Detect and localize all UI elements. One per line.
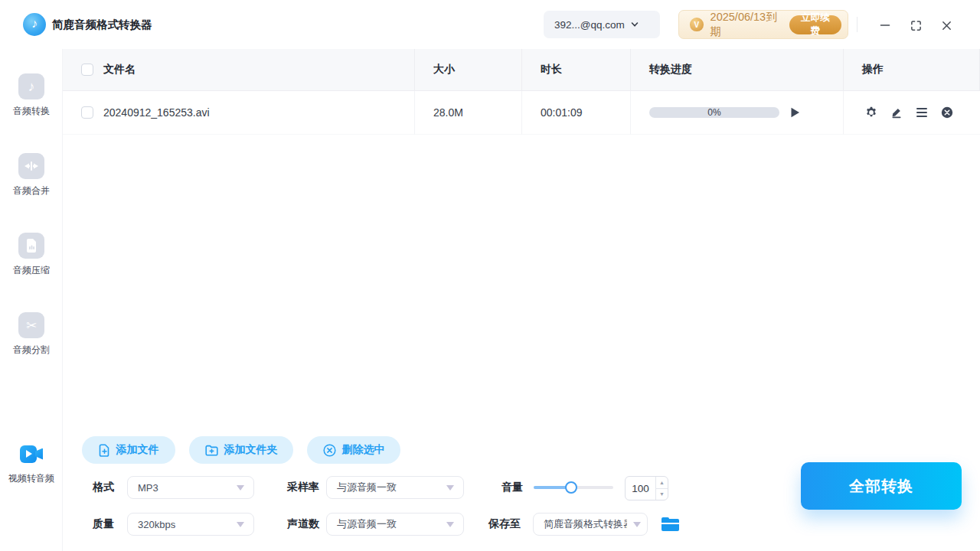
minimize-icon [879,19,891,31]
spin-down-icon[interactable]: ▼ [656,489,668,500]
header-size: 大小 [415,49,522,91]
video-camera-icon [18,441,44,467]
channels-select[interactable]: 与源音频一致 [326,513,464,536]
table-row-size: 28.0M [415,91,522,135]
header-duration: 时长 [522,49,631,91]
format-label: 格式 [93,476,114,499]
maximize-icon [910,20,922,31]
quality-label: 质量 [93,513,114,536]
table-row-duration: 00:01:09 [522,91,631,135]
table-row-progress: 0% [631,91,844,135]
header-filename: 文件名 [63,49,415,91]
title-bar: ♪ 简鹿音频格式转换器 392...@qq.com V 2025/06/13到期… [0,0,980,49]
format-select[interactable]: MP3 [127,476,254,499]
volume-spinner: ▲ ▼ [655,477,668,500]
caret-down-icon [633,522,641,527]
file-list-area: 文件名 大小 时长 转换进度 操作 20240912_165253.avi 28… [63,49,980,421]
volume-slider-handle[interactable] [565,481,577,494]
compress-file-icon [18,233,44,259]
save-to-label: 保存至 [488,513,521,536]
volume-value: 100 [626,477,655,500]
sidebar-item-label: 视频转音频 [0,472,63,485]
file-table: 文件名 大小 时长 转换进度 操作 20240912_165253.avi 28… [63,49,980,135]
caret-down-icon [237,485,244,491]
app-logo-icon: ♪ [23,13,46,36]
topbar-divider [857,17,858,32]
sidebar-item-audio-convert[interactable]: ♪ 音频转换 [0,73,63,118]
caret-down-icon [237,522,244,527]
settings-gear-icon[interactable] [865,106,877,119]
sidebar-item-label: 音频转换 [0,105,63,118]
vip-expiry-text: 2025/06/13到期 [710,10,782,39]
quality-select[interactable]: 320kbps [127,513,254,536]
sidebar-item-label: 音频分割 [0,344,63,357]
add-folder-icon [205,445,218,456]
volume-slider[interactable] [534,486,613,489]
select-all-checkbox[interactable] [81,64,93,76]
sidebar-item-label: 音频压缩 [0,264,63,277]
app-title: 简鹿音频格式转换器 [52,0,152,49]
edit-pencil-icon[interactable] [890,106,903,119]
header-progress: 转换进度 [631,49,844,91]
caret-down-icon [446,522,454,527]
sidebar-item-video-to-audio[interactable]: 视频转音频 [0,441,63,485]
merge-arrows-icon [18,153,44,179]
music-note-icon: ♪ [18,73,44,99]
convert-all-button[interactable]: 全部转换 [801,462,962,510]
vip-crown-icon: V [690,18,704,31]
add-file-button[interactable]: 添加文件 [82,436,175,464]
progress-bar: 0% [649,107,779,118]
table-row-filename: 20240912_165253.avi [63,91,415,135]
menu-list-icon[interactable] [916,107,928,118]
row-checkbox[interactable] [81,106,93,119]
volume-input[interactable]: 100 ▲ ▼ [625,476,668,500]
sidebar-item-audio-split[interactable]: ✂ 音频分割 [0,312,63,357]
spin-up-icon[interactable]: ▲ [656,477,668,489]
add-file-icon [99,444,110,457]
file-name: 20240912_165253.avi [103,106,210,119]
save-to-select[interactable]: 简鹿音频格式转换器 [533,513,648,536]
sample-rate-label: 采样率 [287,476,319,499]
maximize-button[interactable] [906,15,926,35]
volume-label: 音量 [501,476,523,499]
renew-button[interactable]: 立即续费 [789,15,841,34]
close-icon [941,20,952,31]
close-button[interactable] [936,15,956,35]
header-operations: 操作 [844,49,980,91]
vip-badge: V 2025/06/13到期 立即续费 [678,10,848,39]
progress-label: 0% [649,107,779,118]
sidebar: ♪ 音频转换 音频合并 音频压缩 ✂ 音频分割 [0,49,63,551]
add-folder-button[interactable]: 添加文件夹 [189,436,293,464]
remove-file-icon[interactable] [941,106,953,119]
scissors-icon: ✂ [18,312,44,338]
channels-label: 声道数 [287,513,319,536]
minimize-button[interactable] [875,15,895,35]
account-email: 392...@qq.com [554,19,625,31]
caret-down-icon [446,485,454,491]
delete-circle-icon [323,444,336,457]
play-button[interactable] [790,107,800,118]
sidebar-item-audio-compress[interactable]: 音频压缩 [0,233,63,277]
delete-selected-button[interactable]: 删除选中 [307,436,400,464]
sidebar-item-audio-merge[interactable]: 音频合并 [0,153,63,197]
table-row-operations [844,91,980,135]
sample-rate-select[interactable]: 与源音频一致 [326,476,464,499]
chevron-down-icon [631,21,639,28]
sidebar-item-label: 音频合并 [0,184,63,197]
open-folder-button[interactable] [662,517,679,531]
account-dropdown[interactable]: 392...@qq.com [544,11,660,38]
